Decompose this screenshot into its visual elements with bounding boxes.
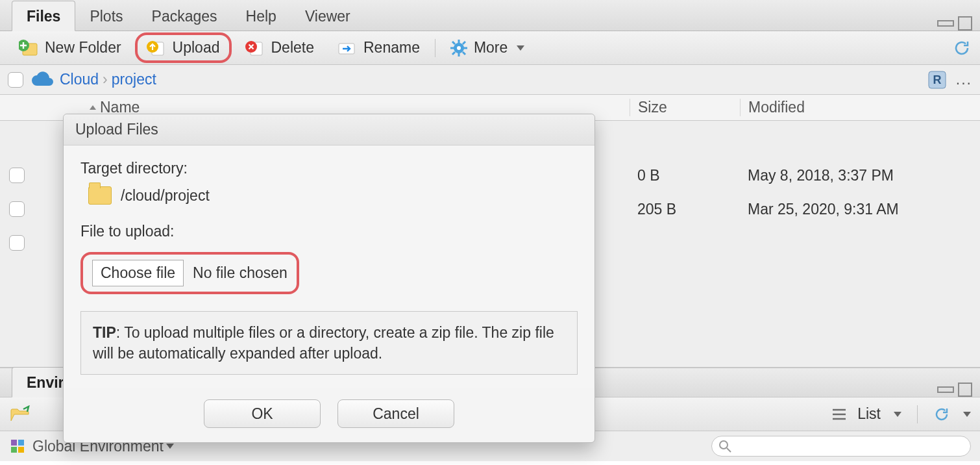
file-to-upload-label: File to upload: [80, 223, 578, 240]
row-checkbox[interactable] [9, 168, 25, 183]
separator [917, 405, 918, 423]
chevron-down-icon [166, 444, 174, 449]
list-icon[interactable] [831, 408, 847, 421]
tab-viewer[interactable]: Viewer [291, 1, 365, 31]
breadcrumb-project[interactable]: project [112, 71, 156, 88]
cell-size: 205 B [630, 201, 740, 218]
tip-box: TIP: To upload multiple files or a direc… [80, 311, 578, 375]
chevron-down-icon [517, 45, 524, 51]
tab-files[interactable]: Files [12, 1, 75, 31]
svg-line-15 [463, 42, 465, 44]
minimize-icon[interactable] [937, 386, 954, 393]
rename-button[interactable]: Rename [328, 34, 430, 61]
tip-text: : To upload multiple files or a director… [93, 324, 554, 362]
rename-icon [337, 40, 357, 57]
svg-rect-22 [11, 440, 17, 446]
new-folder-button[interactable]: New Folder [9, 34, 131, 61]
breadcrumb-root[interactable]: Cloud [60, 71, 99, 88]
upload-label: Upload [173, 39, 220, 57]
cell-size: 0 B [630, 167, 740, 184]
choose-file-button[interactable]: Choose file [92, 260, 184, 286]
folder-plus-icon [19, 40, 38, 57]
maximize-icon[interactable] [958, 16, 972, 31]
target-directory[interactable]: /cloud/project [80, 186, 578, 205]
svg-point-26 [720, 441, 728, 449]
svg-point-8 [457, 46, 461, 50]
more-label: More [474, 39, 508, 57]
cell-modified: Mar 25, 2020, 9:31 AM [740, 201, 980, 218]
separator [435, 39, 435, 57]
sort-asc-icon [90, 105, 96, 110]
open-folder-icon[interactable] [9, 405, 31, 423]
new-folder-label: New Folder [45, 39, 121, 57]
delete-button[interactable]: Delete [236, 34, 324, 61]
files-toolbar: New Folder Upload Delete Rename More [0, 31, 980, 65]
chosen-file-text: No file chosen [193, 264, 288, 282]
cloud-icon [30, 71, 53, 88]
list-label[interactable]: List [857, 405, 881, 423]
folder-icon [88, 186, 112, 205]
dialog-title: Upload Files [64, 114, 594, 145]
scope-icon [9, 438, 26, 455]
more-options-icon[interactable]: ... [956, 71, 972, 88]
col-modified[interactable]: Modified [740, 99, 980, 116]
tab-plots[interactable]: Plots [75, 1, 137, 31]
tab-help[interactable]: Help [232, 1, 291, 31]
more-button[interactable]: More [441, 34, 534, 61]
select-all-checkbox[interactable] [8, 72, 23, 88]
row-checkbox[interactable] [9, 235, 25, 251]
refresh-icon[interactable] [953, 39, 971, 57]
svg-rect-24 [11, 447, 17, 453]
cancel-button[interactable]: Cancel [337, 399, 454, 428]
delete-label: Delete [271, 39, 314, 57]
maximize-icon[interactable] [958, 383, 972, 397]
breadcrumb-sep: › [99, 71, 112, 88]
ok-button[interactable]: OK [204, 399, 321, 428]
upload-dialog: Upload Files Target directory: /cloud/pr… [63, 114, 595, 443]
upload-icon [147, 40, 166, 57]
svg-rect-25 [18, 447, 24, 453]
search-icon [718, 440, 731, 453]
chevron-down-icon [963, 412, 971, 417]
delete-icon [245, 40, 265, 57]
svg-rect-23 [18, 440, 24, 446]
file-chooser[interactable]: Choose file No file chosen [80, 252, 299, 294]
refresh-icon[interactable] [933, 406, 950, 423]
svg-text:R: R [933, 73, 941, 86]
rename-label: Rename [363, 39, 420, 57]
r-project-icon[interactable]: R [927, 70, 947, 90]
target-directory-label: Target directory: [80, 160, 578, 177]
row-checkbox[interactable] [9, 201, 25, 217]
breadcrumb: Cloud › project R ... [0, 65, 980, 95]
tip-heading: TIP [93, 324, 116, 341]
svg-line-27 [727, 448, 731, 452]
gear-icon [450, 40, 467, 57]
svg-line-13 [452, 42, 455, 44]
chevron-down-icon [894, 412, 901, 417]
upload-button[interactable]: Upload [135, 32, 232, 63]
col-size[interactable]: Size [630, 99, 740, 116]
search-input[interactable] [711, 436, 971, 457]
minimize-icon[interactable] [937, 20, 954, 27]
svg-line-16 [452, 52, 455, 55]
target-path: /cloud/project [121, 187, 210, 205]
tab-packages[interactable]: Packages [138, 1, 232, 31]
pane-tabs: Files Plots Packages Help Viewer [0, 0, 980, 31]
svg-line-14 [463, 52, 465, 55]
cell-modified: May 8, 2018, 3:37 PM [740, 167, 980, 184]
